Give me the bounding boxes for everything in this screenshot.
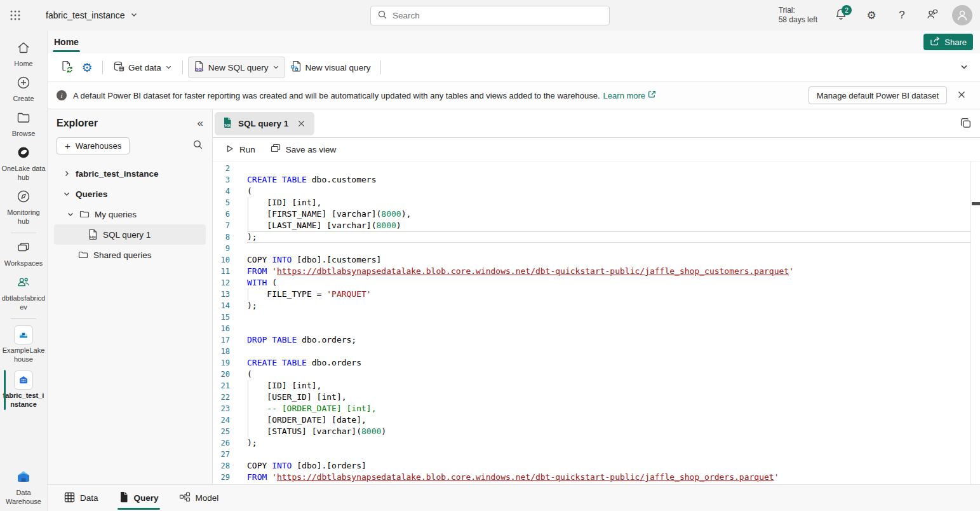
toolbar-divider: [380, 60, 381, 74]
code-line[interactable]: 15: [213, 311, 980, 323]
global-search[interactable]: [370, 6, 610, 25]
rail-item-data-warehouse[interactable]: Data Warehouse: [0, 466, 48, 510]
explorer-tree-item-sql-query-1[interactable]: SQLSQL query 1: [54, 224, 206, 245]
feedback-button[interactable]: [922, 4, 943, 26]
line-number: 21: [213, 380, 247, 392]
code-line[interactable]: 12WITH (: [213, 277, 980, 289]
account-avatar[interactable]: [952, 5, 972, 25]
save-as-view-button[interactable]: Save as view: [264, 140, 343, 159]
code-link[interactable]: https://dbtlabsynapsedatalake.blob.core.…: [277, 472, 774, 482]
rail-item-workspaces[interactable]: Workspaces: [0, 236, 48, 271]
warehouse-settings-button[interactable]: ⚙: [77, 57, 97, 78]
code-link[interactable]: https://dbtlabsynapsedatalake.blob.core.…: [277, 266, 789, 276]
rail-item-dbtlabsfabricdev[interactable]: dbtlabsfabricdev: [0, 271, 48, 315]
code-text: FILE_TYPE = 'PARQUET': [247, 289, 372, 300]
banner-text: A default Power BI dataset for faster re…: [73, 91, 600, 100]
code-token: ): [396, 221, 401, 230]
code-line[interactable]: 24 [ORDER_DATE] [date],: [213, 414, 980, 426]
share-button[interactable]: Share: [923, 34, 973, 50]
notification-badge: 2: [842, 5, 852, 15]
new-report-refresh-button[interactable]: [57, 57, 77, 78]
view-switcher-bar: DataQueryModel: [48, 484, 980, 511]
rail-item-fabric-test-instance[interactable]: fabric_test_instance: [0, 367, 48, 412]
add-warehouses-button[interactable]: + Warehouses: [57, 137, 130, 154]
code-line[interactable]: 6 [FIRST_NAME] [varchar](8000),: [213, 208, 980, 220]
model-diagram-icon: [179, 492, 191, 504]
close-tab-icon[interactable]: [294, 116, 308, 130]
code-line[interactable]: 25 [STATUS] [varchar](8000): [213, 426, 980, 437]
code-line[interactable]: 7 [LAST_NAME] [varchar](8000): [213, 220, 980, 231]
code-token: );: [247, 438, 257, 447]
code-line[interactable]: 29FROM 'https://dbtlabsynapsedatalake.bl…: [213, 472, 980, 483]
rail-item-examplelakehouse[interactable]: ExampleLakehouse: [0, 322, 48, 367]
tab-list-icon[interactable]: [960, 118, 971, 132]
app-launcher-icon[interactable]: [0, 0, 30, 31]
code-text: [LAST_NAME] [varchar](8000): [247, 220, 401, 231]
code-line[interactable]: 18: [213, 346, 980, 357]
code-line[interactable]: 26);: [213, 437, 980, 449]
collapse-ribbon-chevron[interactable]: [960, 62, 969, 74]
folder-icon: [78, 250, 88, 260]
sql-code-editor[interactable]: 23CREATE TABLE dbo.customers4(5 [ID] [in…: [213, 161, 980, 484]
rail-item-monitoring-hub[interactable]: Monitoring hub: [0, 186, 48, 229]
code-line[interactable]: 8);: [213, 231, 980, 243]
code-line[interactable]: 16: [213, 323, 980, 334]
code-line[interactable]: 21 [ID] [int],: [213, 380, 980, 392]
code-line[interactable]: 17DROP TABLE dbo.orders;: [213, 334, 980, 346]
code-line[interactable]: 20(: [213, 369, 980, 380]
code-line[interactable]: 10COPY INTO [dbo].[customers]: [213, 254, 980, 266]
code-text: COPY INTO [dbo].[orders]: [247, 460, 366, 472]
code-line[interactable]: 28COPY INTO [dbo].[orders]: [213, 460, 980, 472]
workspace-switcher[interactable]: fabric_test_instance: [46, 10, 138, 20]
explorer-tree-item-queries[interactable]: Queries: [54, 184, 206, 204]
chev-down-icon[interactable]: [63, 190, 70, 198]
tab-sql-query-1[interactable]: SQL SQL query 1: [215, 112, 314, 135]
explorer-search-icon[interactable]: [192, 139, 203, 153]
visual-query-document-icon: [290, 60, 302, 74]
view-tab-model[interactable]: Model: [178, 486, 220, 510]
rail-item-create[interactable]: Create: [0, 72, 48, 107]
tab-home[interactable]: Home: [53, 33, 80, 51]
rail-item-label: Monitoring hub: [1, 208, 46, 226]
code-text: );: [247, 300, 257, 311]
chev-right-icon[interactable]: [63, 170, 70, 177]
tree-item-label: Shared queries: [93, 250, 152, 260]
settings-button[interactable]: ⚙: [861, 4, 882, 26]
trial-status[interactable]: Trial: 58 days left: [779, 6, 817, 25]
explorer-tree-item-shared-queries[interactable]: Shared queries: [54, 245, 206, 265]
banner-close-button[interactable]: [952, 86, 971, 105]
code-line[interactable]: 5 [ID] [int],: [213, 197, 980, 208]
code-line[interactable]: 14);: [213, 300, 980, 311]
code-line[interactable]: 9: [213, 243, 980, 254]
explorer-tree-item-fabric-test-instance[interactable]: fabric_test_instance: [54, 163, 206, 184]
explorer-tree-item-my-queries[interactable]: My queries: [54, 204, 206, 224]
code-line[interactable]: 2: [213, 163, 980, 174]
notifications-button[interactable]: 2: [830, 4, 852, 26]
document-refresh-icon: [60, 60, 74, 76]
new-visual-query-button[interactable]: New visual query: [285, 57, 376, 78]
help-button[interactable]: ?: [891, 4, 913, 26]
run-query-button[interactable]: Run: [219, 141, 262, 158]
manage-default-dataset-button[interactable]: Manage default Power BI dataset: [809, 86, 947, 104]
get-data-button[interactable]: Get data: [108, 58, 177, 78]
code-line[interactable]: 27: [213, 449, 980, 460]
view-tab-query[interactable]: Query: [117, 486, 160, 510]
code-line[interactable]: 23 -- [ORDER_DATE] [int],: [213, 403, 980, 414]
code-line[interactable]: 13 FILE_TYPE = 'PARQUET': [213, 289, 980, 300]
line-number: 9: [213, 243, 247, 254]
search-input[interactable]: [393, 11, 603, 20]
code-line[interactable]: 4(: [213, 186, 980, 197]
view-tab-data[interactable]: Data: [63, 486, 100, 510]
learn-more-link[interactable]: Learn more: [603, 90, 656, 100]
code-line[interactable]: 22 [USER_ID] [int],: [213, 392, 980, 403]
rail-item-onelake-data-hub[interactable]: OneLake data hub: [0, 142, 48, 186]
code-line[interactable]: 11FROM 'https://dbtlabsynapsedatalake.bl…: [213, 266, 980, 277]
rail-item-browse[interactable]: Browse: [0, 107, 48, 142]
collapse-panel-icon[interactable]: «: [198, 117, 203, 130]
chev-down-icon[interactable]: [67, 210, 74, 218]
rail-item-home[interactable]: Home: [0, 37, 48, 72]
line-number: 17: [213, 334, 247, 346]
new-sql-query-button[interactable]: SQL New SQL query: [188, 57, 285, 78]
code-line[interactable]: 3CREATE TABLE dbo.customers: [213, 174, 980, 186]
code-line[interactable]: 19CREATE TABLE dbo.orders: [213, 357, 980, 369]
